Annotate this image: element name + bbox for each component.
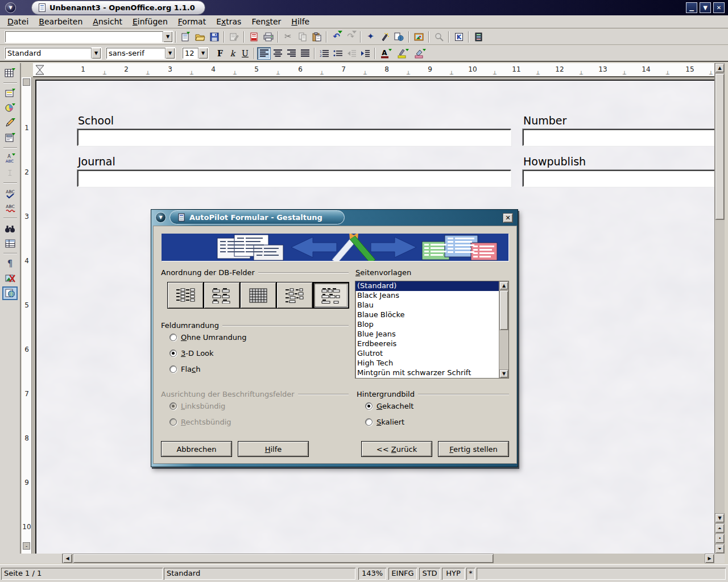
dialog-titlebar[interactable]: ▼ AutoPilot Formular - Gestaltung ✕ [151, 210, 518, 226]
nonprinting-characters-button[interactable]: ¶ [2, 257, 18, 271]
form-field-howpublish[interactable] [523, 170, 714, 187]
find-replace-button[interactable] [2, 222, 18, 235]
form-functions-button[interactable] [2, 131, 18, 144]
status-hyperlink-mode[interactable]: HYP [442, 568, 465, 580]
redo-button[interactable]: ↷ [344, 30, 358, 44]
cancel-button[interactable]: Abbrechen [161, 441, 232, 457]
auto-spellcheck-button[interactable]: ABC [2, 201, 18, 215]
scroll-down-button[interactable]: ▼ [715, 513, 725, 523]
align-right-button[interactable] [284, 47, 298, 60]
list-item[interactable]: Black Jeans [355, 291, 499, 301]
form-field-school[interactable] [77, 129, 511, 146]
export-pdf-button[interactable] [247, 30, 261, 44]
scroll-left-button[interactable]: ◀ [63, 554, 72, 563]
form-label-school[interactable]: School [78, 114, 114, 127]
arrangement-datasheet-button[interactable] [240, 282, 276, 309]
paragraph-background-button[interactable] [412, 47, 429, 60]
radio-no-border[interactable]: Ohne Umrandung [169, 333, 247, 342]
status-page[interactable]: Seite 1 / 1 [1, 568, 163, 580]
font-size-dropdown[interactable]: ▼ [198, 48, 208, 59]
data-sources-toggle-button[interactable] [2, 236, 18, 250]
numbered-list-button[interactable]: 12 [317, 47, 331, 60]
shade-button[interactable]: ▼ [700, 2, 711, 13]
align-center-button[interactable] [271, 47, 284, 60]
list-item[interactable]: Blaue Blöcke [355, 310, 499, 320]
font-color-button[interactable]: A [378, 47, 395, 60]
online-layout-button[interactable] [2, 286, 18, 300]
scroll-right-button[interactable]: ▶ [705, 554, 714, 563]
vertical-scrollbar[interactable]: ▲ ▼ ⏶ • ⏷ [714, 63, 725, 554]
highlighting-button[interactable] [395, 47, 412, 60]
list-item[interactable]: High Tech [355, 359, 499, 368]
scrollbar-thumb[interactable] [73, 554, 494, 563]
insert-object-button[interactable] [2, 101, 18, 115]
radio-scaled[interactable]: Skaliert [365, 418, 404, 426]
arrangement-columns-labels-top-button[interactable] [204, 282, 240, 309]
radio-flat[interactable]: Flach [169, 365, 200, 373]
zoom-button[interactable] [432, 30, 446, 44]
justify-button[interactable] [298, 47, 312, 60]
load-url-combobox[interactable]: ▼ [5, 31, 173, 43]
ruler-margin-box[interactable]: - [23, 542, 30, 550]
minimize-button[interactable]: ▁ [686, 2, 697, 13]
paragraph-style-value[interactable]: Standard [5, 48, 91, 59]
paste-button[interactable] [309, 30, 324, 44]
menu-einfuegen[interactable]: Einfügen [127, 16, 173, 27]
back-button[interactable]: << Zurück [361, 441, 432, 457]
help-button[interactable]: Hilfe [238, 441, 309, 457]
font-name-combobox[interactable]: sans-serif ▼ [106, 47, 175, 59]
listbox-scrollbar[interactable]: ▲ ▼ [499, 281, 508, 378]
list-item[interactable]: Blue Jeans [355, 330, 499, 339]
bullet-list-button[interactable] [331, 47, 345, 60]
edit-file-button[interactable] [227, 30, 241, 44]
form-label-journal[interactable]: Journal [78, 155, 115, 168]
increase-indent-button[interactable] [358, 47, 372, 60]
hyperlink-button[interactable] [392, 30, 406, 44]
save-button[interactable] [207, 30, 221, 44]
load-url-field[interactable] [5, 31, 163, 42]
insert-table-button[interactable] [2, 66, 18, 80]
stylist-button[interactable] [378, 30, 392, 44]
gallery-button[interactable] [412, 30, 426, 44]
navigation-button[interactable]: • [715, 534, 725, 543]
cut-button[interactable]: ✂ [281, 30, 295, 44]
horizontal-ruler[interactable]: 1 2 3 4 5 6 7 8 9 10 11 12 13 14 15 ⊥ ⊥ … [33, 63, 714, 77]
form-field-journal[interactable] [77, 170, 511, 187]
open-button[interactable] [193, 30, 207, 44]
arrangement-blocks-labels-top-button[interactable] [313, 282, 349, 309]
status-selection-mode[interactable]: STD [419, 568, 440, 580]
form-field-number[interactable] [523, 129, 714, 146]
menu-extras[interactable]: Extras [211, 16, 246, 27]
window-titlebar[interactable]: ▼ Unbenannt3 - OpenOffice.org 1.1.0 ▁ ▼ … [0, 0, 728, 15]
load-url-dropdown-button[interactable]: ▼ [163, 31, 172, 42]
underline-button[interactable]: U [239, 47, 251, 60]
status-zoom[interactable]: 143% [358, 568, 386, 580]
italic-button[interactable]: k [226, 47, 239, 60]
page-styles-listbox[interactable]: (Standard) Black Jeans Blau Blaue Blöcke… [355, 281, 509, 379]
font-name-dropdown[interactable]: ▼ [165, 48, 175, 59]
dialog-close-button[interactable]: ✕ [503, 213, 513, 223]
paragraph-style-dropdown[interactable]: ▼ [91, 48, 101, 59]
arrangement-columns-labels-left-button[interactable] [167, 282, 204, 309]
align-left-button[interactable] [257, 47, 271, 60]
font-size-combobox[interactable]: 12 ▼ [182, 47, 208, 59]
radio-3d-look[interactable]: 3-D Look [169, 349, 214, 357]
menu-datei[interactable]: Datei [2, 16, 34, 27]
navigator-button[interactable]: ✦ [363, 30, 378, 44]
radio-tiled[interactable]: Gekachelt [365, 402, 413, 410]
menu-ansicht[interactable]: Ansicht [88, 16, 127, 27]
list-item[interactable]: Blop [355, 320, 499, 330]
menu-format[interactable]: Format [173, 16, 211, 27]
menu-fenster[interactable]: Fenster [246, 16, 286, 27]
close-button[interactable]: ✕ [713, 2, 725, 13]
scrollbar-thumb[interactable] [499, 290, 508, 330]
list-item-standard[interactable]: (Standard) [355, 281, 499, 291]
status-pagestyle[interactable]: Standard [164, 568, 355, 580]
arrangement-blocks-labels-left-button[interactable] [276, 282, 313, 309]
dialog-menu-button[interactable]: ▼ [155, 212, 166, 223]
list-item[interactable]: Blau [355, 301, 499, 310]
scrollbar-thumb[interactable] [715, 73, 725, 220]
print-button[interactable] [261, 30, 275, 44]
bold-button[interactable]: F [214, 47, 226, 60]
menu-hilfe[interactable]: Hilfe [286, 16, 315, 27]
